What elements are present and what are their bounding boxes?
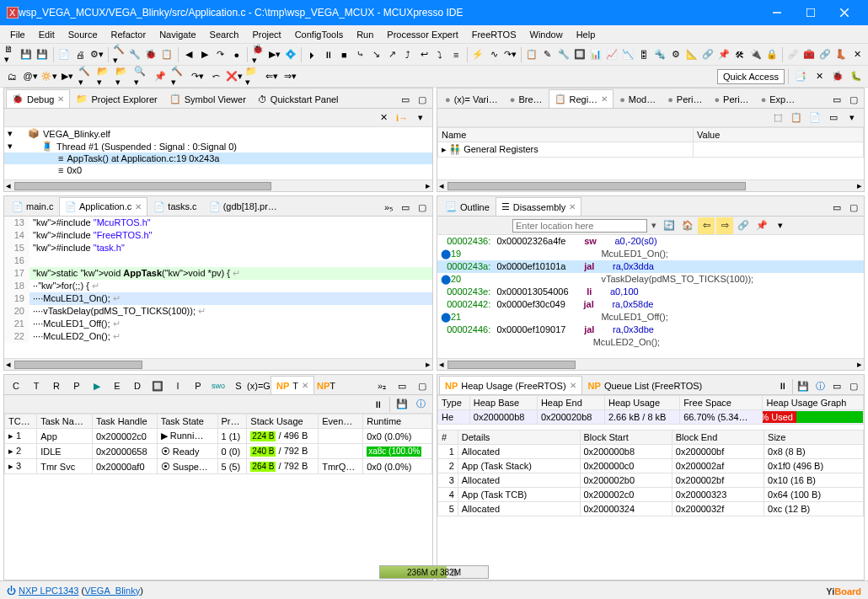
dis-refresh-icon[interactable]: 🔄 <box>661 217 678 234</box>
heap-detail-row[interactable]: 5Allocated0x200003240x2000032f0xc (12 B) <box>438 502 864 516</box>
debug-max-icon[interactable]: ▢ <box>414 91 431 108</box>
tb1-btn-15[interactable]: ▶▾ <box>267 46 281 63</box>
menu-file[interactable]: File <box>3 28 32 41</box>
tb1-btn-11[interactable]: ▶ <box>197 46 212 63</box>
table-row[interactable]: ▸ 3Tmr Svc0x20000af0⦿ Suspe…5 (5)264 B /… <box>5 459 432 474</box>
tb1-btn-13[interactable]: ● <box>229 46 244 63</box>
ed-tab-2[interactable]: 📄 tasks.c <box>147 197 202 216</box>
tb1-btn-49[interactable]: 👢 <box>834 46 849 63</box>
tb1-btn-35[interactable]: 📈 <box>604 46 619 63</box>
tb2-btn-12[interactable]: ▶▾ <box>59 68 76 85</box>
tb1-btn-32[interactable]: 🔧 <box>556 46 571 63</box>
tb1-btn-3[interactable]: 📄 <box>57 46 72 63</box>
task-col[interactable]: Stack Usage <box>247 414 319 429</box>
menu-refactor[interactable]: Refactor <box>104 28 153 41</box>
tab-project-explorer[interactable]: 📁 Project Explorer <box>70 89 163 108</box>
tl-overflow-icon[interactable]: »₂ <box>373 377 390 394</box>
editor-min-icon[interactable]: ▭ <box>397 199 414 216</box>
tb2-btn-8[interactable]: 🔍▾ <box>133 68 150 85</box>
tb1-btn-38[interactable]: 🔩 <box>652 46 667 63</box>
tl-icon-s[interactable]: S <box>230 377 247 394</box>
tb1-btn-36[interactable]: 📉 <box>620 46 635 63</box>
menu-window[interactable]: Window <box>523 28 570 41</box>
tb1-btn-24[interactable]: ↩ <box>417 46 431 63</box>
reg-tb-1[interactable]: ⬚ <box>769 110 786 126</box>
task-col[interactable]: Even… <box>319 414 363 429</box>
tb2-btn-9[interactable]: 📂▾ <box>115 68 131 85</box>
reg-tb-2[interactable]: 📋 <box>788 110 805 126</box>
tl-icon-swo[interactable]: swo <box>210 377 227 394</box>
debug-min-icon[interactable]: ▭ <box>397 91 414 108</box>
tb2-btn-14[interactable]: @▾ <box>22 68 39 85</box>
tab-tasklist[interactable]: NP T ✕ <box>271 376 314 394</box>
maximize-button[interactable] <box>794 0 828 25</box>
tb2-btn-5[interactable]: ↷▾ <box>189 68 206 85</box>
tl-icon-d[interactable]: D <box>129 377 146 394</box>
editor-body[interactable]: 13"kw">#include "McuRTOS.h"14"kw">#inclu… <box>4 217 432 358</box>
tb1-btn-20[interactable]: ⤷ <box>353 46 367 63</box>
rt-tab-6[interactable]: ● Exp… <box>755 89 801 108</box>
tb2-btn-10[interactable]: 📂▾ <box>96 68 113 85</box>
tb2-btn-7[interactable]: 📌 <box>152 68 169 85</box>
tb1-btn-6[interactable]: 🔨▾ <box>112 46 126 63</box>
dis-step-fwd-icon[interactable]: ⇨ <box>716 217 733 234</box>
menu-help[interactable]: Help <box>570 28 603 41</box>
tb1-btn-9[interactable]: 📋 <box>160 46 174 63</box>
dis-link-icon[interactable]: 🔗 <box>735 217 752 234</box>
reg-col-value[interactable]: Value <box>694 128 864 142</box>
tb1-btn-21[interactable]: ↘ <box>369 46 383 63</box>
tb1-btn-0[interactable]: 🗎▾ <box>3 46 18 63</box>
menu-project[interactable]: Project <box>245 28 287 41</box>
tb2-btn-13[interactable]: 🔅▾ <box>40 68 57 85</box>
tb1-btn-10[interactable]: ◀ <box>181 46 196 63</box>
tb1-btn-29[interactable]: ↷▾ <box>503 46 517 63</box>
heap-pause-icon[interactable]: ⏸ <box>774 377 790 394</box>
status-link-nxp[interactable]: NXP LPC1343 <box>19 586 78 596</box>
task-col[interactable]: Task Handle <box>93 414 158 429</box>
tl-icon-chip[interactable]: 🔲 <box>149 377 166 394</box>
rt-winbtn-1[interactable]: ▢ <box>845 91 862 108</box>
disassembly-location-input[interactable] <box>512 219 647 233</box>
heap-info-icon[interactable]: ⓘ <box>812 377 828 394</box>
tl-icon-np2[interactable]: NP T <box>318 377 335 394</box>
tb2-btn-3[interactable]: ❌▾ <box>226 68 243 85</box>
menu-search[interactable]: Search <box>203 28 246 41</box>
tb1-btn-46[interactable]: 🩹 <box>786 46 801 63</box>
tl-icon-r[interactable]: R <box>48 377 65 394</box>
tb1-btn-28[interactable]: ∿ <box>487 46 501 63</box>
tab-heap-usage[interactable]: NP Heap Usage (FreeRTOS) ✕ <box>439 376 582 394</box>
dis-hscroll[interactable]: ◂▸ <box>437 358 864 370</box>
tree-project[interactable]: ▾📦 VEGA_Blinky.elf <box>4 127 432 140</box>
tab-disassembly[interactable]: ☰ Disassembly ✕ <box>496 197 581 216</box>
tb1-btn-48[interactable]: 🔗 <box>818 46 833 63</box>
heap-row[interactable]: He0x200000b80x200020b82.66 kB / 8 kB66.7… <box>438 410 864 425</box>
tb2-btn-11[interactable]: 🔨▾ <box>78 68 94 85</box>
tb1-btn-26[interactable]: ≡ <box>449 46 463 63</box>
tab-debug[interactable]: 🐞 Debug ✕ <box>6 89 70 108</box>
tb2-btn-0[interactable]: ⇒▾ <box>281 68 298 85</box>
reg-tb-3[interactable]: 📄 <box>806 110 823 126</box>
heap-save-icon[interactable]: 💾 <box>795 377 812 394</box>
tl-max-icon[interactable]: ▢ <box>414 377 431 394</box>
tl-icon-p[interactable]: P <box>68 377 85 394</box>
tab-queue-list[interactable]: NP Queue List (FreeRTOS) <box>582 376 709 394</box>
minimize-button[interactable] <box>760 0 794 25</box>
tb2-btn-4[interactable]: ⤺ <box>207 68 224 85</box>
menu-processor expert[interactable]: Processor Expert <box>380 28 464 41</box>
menu-navigate[interactable]: Navigate <box>153 28 202 41</box>
debug-menu-icon[interactable]: ▾ <box>412 110 429 126</box>
debug-collapse-icon[interactable]: ✕ <box>375 110 392 126</box>
editor-hscroll[interactable]: ◂▸ <box>4 358 432 370</box>
quick-access[interactable]: Quick Access <box>717 69 785 84</box>
rt-tab-1[interactable]: ● Bre… <box>504 89 549 108</box>
menu-run[interactable]: Run <box>350 28 380 41</box>
tl-min-icon[interactable]: ▭ <box>394 377 410 394</box>
ed-tab-3[interactable]: 📄 (gdb[18].pr… <box>203 197 283 216</box>
heap-detail-row[interactable]: 4App (Task TCB)0x200002c00x200003230x64 … <box>438 488 864 502</box>
dis-max-icon[interactable]: ▢ <box>845 199 862 216</box>
tb1-btn-8[interactable]: 🐞 <box>144 46 158 63</box>
tl-info-icon[interactable]: ⓘ <box>412 396 429 413</box>
tl-icon-po[interactable]: P <box>190 377 206 394</box>
tb2-btn-6[interactable]: 🔨▾ <box>170 68 187 85</box>
tl-pause-icon[interactable]: ⏸ <box>369 396 386 413</box>
